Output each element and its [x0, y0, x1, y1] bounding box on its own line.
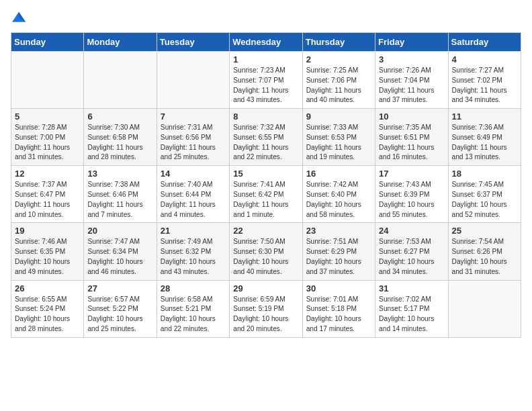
calendar-day-cell: 15Sunrise: 7:41 AM Sunset: 6:42 PM Dayli… [230, 166, 302, 223]
day-number: 19 [15, 226, 80, 236]
calendar-day-cell: 30Sunrise: 7:01 AM Sunset: 5:18 PM Dayli… [302, 280, 375, 337]
day-info: Sunrise: 7:36 AM Sunset: 6:49 PM Dayligh… [452, 123, 517, 163]
calendar-table: SundayMondayTuesdayWednesdayThursdayFrid… [11, 32, 521, 338]
day-number: 18 [452, 169, 517, 179]
calendar-day-cell: 14Sunrise: 7:40 AM Sunset: 6:44 PM Dayli… [157, 166, 229, 223]
day-info: Sunrise: 7:23 AM Sunset: 7:07 PM Dayligh… [233, 66, 298, 105]
calendar-day-cell [11, 52, 84, 109]
calendar-day-cell: 6Sunrise: 7:30 AM Sunset: 6:58 PM Daylig… [84, 109, 157, 166]
day-info: Sunrise: 7:30 AM Sunset: 6:58 PM Dayligh… [87, 123, 152, 163]
day-number: 23 [306, 226, 371, 236]
calendar-day-cell: 20Sunrise: 7:47 AM Sunset: 6:34 PM Dayli… [84, 223, 157, 280]
day-of-week-header: Wednesday [230, 33, 302, 52]
day-info: Sunrise: 7:54 AM Sunset: 6:26 PM Dayligh… [452, 237, 517, 277]
day-info: Sunrise: 7:32 AM Sunset: 6:55 PM Dayligh… [233, 123, 298, 163]
day-number: 22 [233, 226, 298, 236]
day-info: Sunrise: 7:02 AM Sunset: 5:17 PM Dayligh… [379, 295, 444, 334]
calendar-week-row: 5Sunrise: 7:28 AM Sunset: 7:00 PM Daylig… [11, 109, 521, 166]
day-info: Sunrise: 7:35 AM Sunset: 6:51 PM Dayligh… [379, 123, 444, 163]
calendar-day-cell: 28Sunrise: 6:58 AM Sunset: 5:21 PM Dayli… [157, 280, 229, 337]
calendar-week-row: 26Sunrise: 6:55 AM Sunset: 5:24 PM Dayli… [11, 280, 521, 337]
day-of-week-header: Thursday [302, 33, 375, 52]
logo-icon [11, 11, 27, 24]
day-number: 17 [379, 169, 444, 179]
day-number: 26 [15, 283, 80, 293]
day-number: 5 [15, 111, 80, 122]
calendar-week-row: 19Sunrise: 7:46 AM Sunset: 6:35 PM Dayli… [11, 223, 521, 280]
day-info: Sunrise: 6:57 AM Sunset: 5:22 PM Dayligh… [87, 295, 152, 334]
day-number: 6 [87, 111, 152, 122]
calendar-day-cell: 16Sunrise: 7:42 AM Sunset: 6:40 PM Dayli… [302, 166, 375, 223]
calendar-day-cell: 29Sunrise: 6:59 AM Sunset: 5:19 PM Dayli… [230, 280, 302, 337]
day-number: 8 [233, 111, 298, 122]
calendar-day-cell: 26Sunrise: 6:55 AM Sunset: 5:24 PM Dayli… [11, 280, 84, 337]
calendar-day-cell: 27Sunrise: 6:57 AM Sunset: 5:22 PM Dayli… [84, 280, 157, 337]
calendar-week-row: 12Sunrise: 7:37 AM Sunset: 6:47 PM Dayli… [11, 166, 521, 223]
day-number: 3 [379, 54, 444, 64]
day-number: 28 [161, 283, 226, 293]
calendar-day-cell: 7Sunrise: 7:31 AM Sunset: 6:56 PM Daylig… [157, 109, 229, 166]
day-info: Sunrise: 6:55 AM Sunset: 5:24 PM Dayligh… [15, 295, 80, 334]
day-number: 31 [379, 283, 444, 293]
day-number: 11 [452, 111, 517, 122]
day-info: Sunrise: 7:42 AM Sunset: 6:40 PM Dayligh… [306, 180, 371, 220]
calendar-day-cell: 9Sunrise: 7:33 AM Sunset: 6:53 PM Daylig… [302, 109, 375, 166]
day-info: Sunrise: 7:45 AM Sunset: 6:37 PM Dayligh… [452, 180, 517, 220]
calendar-day-cell: 4Sunrise: 7:27 AM Sunset: 7:02 PM Daylig… [448, 52, 521, 109]
day-info: Sunrise: 7:40 AM Sunset: 6:44 PM Dayligh… [161, 180, 226, 220]
calendar-day-cell [448, 280, 521, 337]
day-number: 30 [306, 283, 371, 293]
day-info: Sunrise: 6:58 AM Sunset: 5:21 PM Dayligh… [161, 295, 226, 334]
day-of-week-header: Sunday [11, 33, 84, 52]
calendar-day-cell: 12Sunrise: 7:37 AM Sunset: 6:47 PM Dayli… [11, 166, 84, 223]
day-info: Sunrise: 7:53 AM Sunset: 6:27 PM Dayligh… [379, 237, 444, 277]
day-number: 16 [306, 169, 371, 179]
page-header [11, 11, 521, 24]
day-number: 20 [87, 226, 152, 236]
day-number: 12 [15, 169, 80, 179]
calendar-day-cell [84, 52, 157, 109]
day-info: Sunrise: 7:43 AM Sunset: 6:39 PM Dayligh… [379, 180, 444, 220]
day-number: 15 [233, 169, 298, 179]
day-info: Sunrise: 7:25 AM Sunset: 7:06 PM Dayligh… [306, 66, 371, 105]
day-info: Sunrise: 7:46 AM Sunset: 6:35 PM Dayligh… [15, 237, 80, 277]
day-info: Sunrise: 7:33 AM Sunset: 6:53 PM Dayligh… [306, 123, 371, 163]
day-number: 29 [233, 283, 298, 293]
day-of-week-header: Tuesday [157, 33, 229, 52]
calendar-week-row: 1Sunrise: 7:23 AM Sunset: 7:07 PM Daylig… [11, 52, 521, 109]
calendar-day-cell: 21Sunrise: 7:49 AM Sunset: 6:32 PM Dayli… [157, 223, 229, 280]
day-info: Sunrise: 7:26 AM Sunset: 7:04 PM Dayligh… [379, 66, 444, 105]
calendar-day-cell: 23Sunrise: 7:51 AM Sunset: 6:29 PM Dayli… [302, 223, 375, 280]
calendar-day-cell: 24Sunrise: 7:53 AM Sunset: 6:27 PM Dayli… [375, 223, 448, 280]
day-info: Sunrise: 7:47 AM Sunset: 6:34 PM Dayligh… [87, 237, 152, 277]
day-number: 13 [87, 169, 152, 179]
day-info: Sunrise: 7:51 AM Sunset: 6:29 PM Dayligh… [306, 237, 371, 277]
day-number: 1 [233, 54, 298, 64]
day-number: 7 [161, 111, 226, 122]
calendar-header-row: SundayMondayTuesdayWednesdayThursdayFrid… [11, 33, 521, 52]
day-number: 25 [452, 226, 517, 236]
day-number: 27 [87, 283, 152, 293]
logo [11, 11, 30, 24]
day-number: 24 [379, 226, 444, 236]
calendar-day-cell: 8Sunrise: 7:32 AM Sunset: 6:55 PM Daylig… [230, 109, 302, 166]
day-of-week-header: Friday [375, 33, 448, 52]
calendar-day-cell: 13Sunrise: 7:38 AM Sunset: 6:46 PM Dayli… [84, 166, 157, 223]
calendar-day-cell: 19Sunrise: 7:46 AM Sunset: 6:35 PM Dayli… [11, 223, 84, 280]
day-info: Sunrise: 7:31 AM Sunset: 6:56 PM Dayligh… [161, 123, 226, 163]
calendar-day-cell: 5Sunrise: 7:28 AM Sunset: 7:00 PM Daylig… [11, 109, 84, 166]
day-info: Sunrise: 7:28 AM Sunset: 7:00 PM Dayligh… [15, 123, 80, 163]
day-info: Sunrise: 7:37 AM Sunset: 6:47 PM Dayligh… [15, 180, 80, 220]
calendar-day-cell: 11Sunrise: 7:36 AM Sunset: 6:49 PM Dayli… [448, 109, 521, 166]
day-info: Sunrise: 7:27 AM Sunset: 7:02 PM Dayligh… [452, 66, 517, 105]
calendar-day-cell: 31Sunrise: 7:02 AM Sunset: 5:17 PM Dayli… [375, 280, 448, 337]
day-number: 2 [306, 54, 371, 64]
day-info: Sunrise: 7:38 AM Sunset: 6:46 PM Dayligh… [87, 180, 152, 220]
calendar-day-cell: 25Sunrise: 7:54 AM Sunset: 6:26 PM Dayli… [448, 223, 521, 280]
day-info: Sunrise: 7:49 AM Sunset: 6:32 PM Dayligh… [161, 237, 226, 277]
day-of-week-header: Saturday [448, 33, 521, 52]
calendar-day-cell: 1Sunrise: 7:23 AM Sunset: 7:07 PM Daylig… [230, 52, 302, 109]
day-of-week-header: Monday [84, 33, 157, 52]
calendar-day-cell [157, 52, 229, 109]
calendar-day-cell: 10Sunrise: 7:35 AM Sunset: 6:51 PM Dayli… [375, 109, 448, 166]
